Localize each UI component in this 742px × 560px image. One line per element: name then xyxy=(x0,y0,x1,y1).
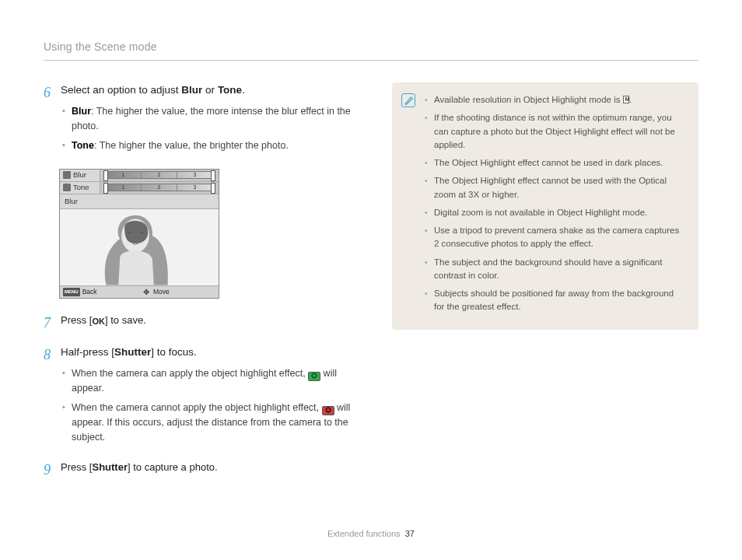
slider-track: 1 2 3 xyxy=(105,184,214,191)
step-6: 6 Select an option to adjust Blur or Ton… xyxy=(44,82,355,158)
text: . xyxy=(242,84,245,96)
text: : The higher the value, the more intense… xyxy=(72,106,351,131)
note-item: The subject and the background should ha… xyxy=(425,256,684,283)
shutter-button-name: Shutter xyxy=(92,461,128,473)
slider-knob-left xyxy=(103,170,108,181)
text: : The higher the value, the brighter the… xyxy=(94,140,289,151)
step-6-instruction: Select an option to adjust Blur or Tone. xyxy=(61,82,355,98)
tick: 2 xyxy=(142,184,177,191)
camera-screen-illustration: Blur 1 2 3 Tone xyxy=(59,169,219,299)
bold-blur: Blur xyxy=(181,84,202,96)
step-number: 9 xyxy=(44,460,61,481)
row-label-cell: Tone xyxy=(60,182,100,194)
tick: 1 xyxy=(106,172,142,178)
menu-badge: MENU xyxy=(63,288,80,296)
right-column: Available resolution in Object Highlight… xyxy=(392,82,698,492)
menu-rows: Blur 1 2 3 Tone xyxy=(60,170,219,194)
screen-footer: MENU Back Move xyxy=(60,285,219,298)
page-number: 37 xyxy=(405,529,415,538)
bullet: Blur: The higher the value, the more int… xyxy=(61,104,355,134)
text: ] to capture a photo. xyxy=(128,461,218,473)
slider-knob-right xyxy=(211,170,215,181)
step-9: 9 Press [Shutter] to capture a photo. xyxy=(44,460,355,481)
slider-cell: 1 2 3 xyxy=(100,182,219,194)
text: Select an option to adjust xyxy=(61,84,181,96)
note-item: Digital zoom is not available in Object … xyxy=(425,206,684,219)
back-label: Back xyxy=(82,287,97,297)
step-6-bullets: Blur: The higher the value, the more int… xyxy=(61,104,355,152)
page-header: Using the Scene mode xyxy=(44,39,698,61)
text: When the camera cannot apply the object … xyxy=(72,402,322,413)
step-7-instruction: Press [OK] to save. xyxy=(61,313,355,334)
row-label-cell: Blur xyxy=(60,170,100,182)
text: When the camera can apply the object hig… xyxy=(72,368,308,379)
text: ] to save. xyxy=(105,314,146,326)
label: Blur xyxy=(73,170,86,180)
tick: 3 xyxy=(177,172,213,178)
status-fail-icon: 🞇 xyxy=(322,406,334,415)
note-icon xyxy=(401,93,415,107)
text: Press [ xyxy=(61,314,92,326)
text: or xyxy=(202,84,218,96)
step-number: 8 xyxy=(44,345,61,450)
note-item: The Object Highlight effect cannot be us… xyxy=(425,156,684,170)
text: Half-press [ xyxy=(61,346,114,358)
note-item: Subjects should be positioned far away f… xyxy=(425,287,684,314)
slider-knob-left xyxy=(103,183,108,194)
tick: 1 xyxy=(106,184,142,191)
step-body: Half-press [Shutter] to focus. When the … xyxy=(61,345,355,450)
step-number: 6 xyxy=(44,82,61,158)
portrait-preview xyxy=(60,209,219,285)
slider-knob-right xyxy=(211,183,215,194)
step-8-instruction: Half-press [Shutter] to focus. xyxy=(61,345,355,360)
status-ok-icon: 🞇 xyxy=(308,372,320,381)
step-number: 7 xyxy=(44,313,61,334)
bullet: When the camera can apply the object hig… xyxy=(61,366,355,396)
term: Blur xyxy=(72,106,91,117)
current-selection: Blur xyxy=(60,194,219,209)
note-item: Available resolution in Object Highlight… xyxy=(425,93,684,107)
step-7: 7 Press [OK] to save. xyxy=(44,313,355,334)
label: Tone xyxy=(73,182,89,193)
bullet: When the camera cannot apply the object … xyxy=(61,401,355,445)
step-body: Select an option to adjust Blur or Tone.… xyxy=(61,82,355,158)
blur-icon xyxy=(63,171,71,179)
note-item: The Object Highlight effect cannot be us… xyxy=(425,174,684,201)
move-label: Move xyxy=(153,287,170,297)
shutter-button-name: Shutter xyxy=(114,346,151,358)
term: Tone xyxy=(72,140,94,151)
note-list: Available resolution in Object Highlight… xyxy=(425,93,684,314)
tick: 3 xyxy=(177,184,213,191)
step-8: 8 Half-press [Shutter] to focus. When th… xyxy=(44,345,355,450)
text: ] to focus. xyxy=(151,346,197,358)
ok-button-glyph: OK xyxy=(92,315,105,328)
left-column: 6 Select an option to adjust Blur or Ton… xyxy=(44,82,355,492)
note-item: If the shooting distance is not within t… xyxy=(425,111,684,152)
note-item: Use a tripod to prevent camera shake as … xyxy=(425,224,684,251)
bold-tone: Tone xyxy=(218,84,242,96)
tone-icon xyxy=(63,184,71,191)
step-9-instruction: Press [Shutter] to capture a photo. xyxy=(61,460,355,481)
step-8-bullets: When the camera can apply the object hig… xyxy=(61,366,355,444)
move-icon xyxy=(143,288,151,296)
content-columns: 6 Select an option to adjust Blur or Ton… xyxy=(44,82,698,492)
menu-row-blur: Blur 1 2 3 xyxy=(60,170,219,182)
tick: 2 xyxy=(142,172,177,178)
bullet: Tone: The higher the value, the brighter… xyxy=(61,138,355,153)
slider-cell: 1 2 3 xyxy=(100,170,219,182)
section-name: Extended functions xyxy=(327,529,401,538)
menu-row-tone: Tone 1 2 3 xyxy=(60,182,219,194)
page-footer: Extended functions 37 xyxy=(0,527,742,541)
text: Press [ xyxy=(61,461,92,473)
resolution-icon xyxy=(623,96,629,103)
note-box: Available resolution in Object Highlight… xyxy=(392,82,698,330)
text: Available resolution in Object Highlight… xyxy=(434,95,623,104)
slider-track: 1 2 3 xyxy=(105,171,214,179)
